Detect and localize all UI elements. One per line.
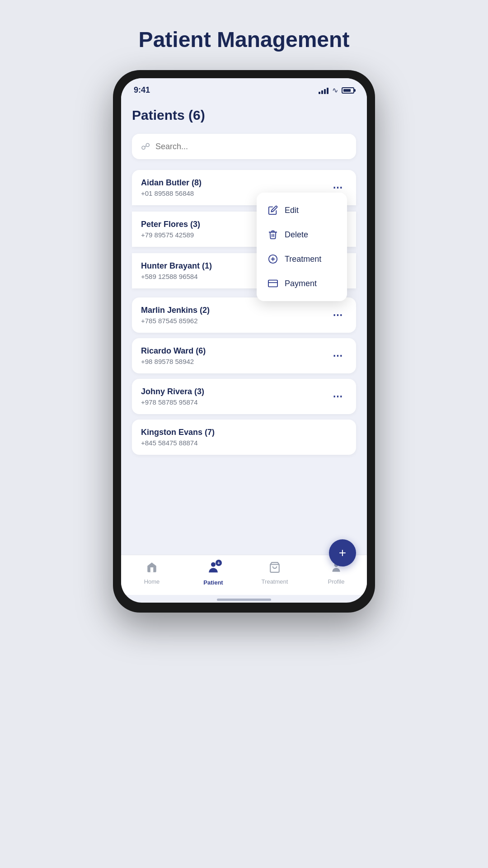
menu-item-delete[interactable]: Delete: [257, 222, 347, 247]
menu-treatment-label: Treatment: [285, 255, 321, 264]
patient-name: Hunter Brayant (1): [141, 261, 212, 271]
search-box[interactable]: ☍: [132, 134, 356, 159]
search-input[interactable]: [155, 142, 347, 151]
patient-phone: +978 58785 95874: [141, 398, 204, 406]
patient-info: Peter Flores (3) +79 89575 42589: [141, 220, 200, 239]
screen-content: Patients (6) ☍ Aidan Butler (8) +01 8958…: [121, 99, 367, 555]
menu-item-edit[interactable]: Edit: [257, 198, 347, 222]
menu-delete-label: Delete: [285, 230, 308, 240]
phone-frame: 9:41 ∿ Patients (6) ☍: [113, 70, 375, 613]
patient-info: Hunter Brayant (1) +589 12588 96584: [141, 261, 212, 280]
status-icons: ∿: [319, 86, 354, 94]
patients-header: Patients (6): [132, 108, 356, 123]
phone-screen: 9:41 ∿ Patients (6) ☍: [121, 78, 367, 603]
status-bar: 9:41 ∿: [121, 78, 367, 99]
patient-phone: +845 58475 88874: [141, 439, 215, 447]
search-icon: ☍: [141, 141, 150, 152]
nav-treatment-label: Treatment: [262, 578, 288, 585]
treatment-icon: [267, 254, 278, 264]
more-options-button-6[interactable]: ⋯: [329, 389, 347, 404]
battery-icon: [342, 87, 354, 94]
nav-patient-label: Patient: [203, 579, 223, 586]
nav-home-label: Home: [144, 578, 160, 585]
patient-nav-icon: +: [206, 561, 220, 577]
patient-phone: +79 89575 42589: [141, 231, 200, 239]
patient-list: Aidan Butler (8) +01 89588 56848 ⋯: [132, 170, 356, 491]
patient-info: Kingston Evans (7) +845 58475 88874: [141, 428, 215, 447]
patient-card-1[interactable]: Aidan Butler (8) +01 89588 56848 ⋯: [132, 170, 356, 205]
more-options-button-4[interactable]: ⋯: [329, 307, 347, 323]
patient-info: Marlin Jenkins (2) +785 87545 85962: [141, 306, 210, 325]
svg-point-3: [211, 562, 216, 567]
home-icon: [146, 561, 158, 576]
patient-name: Marlin Jenkins (2): [141, 306, 210, 315]
bottom-nav: Home + Patient: [121, 555, 367, 595]
patient-name: Johny Rivera (3): [141, 387, 204, 396]
home-indicator: [217, 599, 271, 601]
patient-phone: +98 89578 58942: [141, 358, 206, 365]
nav-item-home[interactable]: Home: [134, 561, 170, 585]
patient-info: Ricardo Ward (6) +98 89578 58942: [141, 346, 206, 365]
wifi-icon: ∿: [332, 86, 338, 94]
patient-phone: +785 87545 85962: [141, 317, 210, 325]
patient-name: Kingston Evans (7): [141, 428, 215, 437]
menu-payment-label: Payment: [285, 279, 317, 288]
signal-icon: [319, 87, 328, 94]
edit-icon: [267, 205, 278, 215]
patient-card-6[interactable]: Johny Rivera (3) +978 58785 95874 ⋯: [132, 379, 356, 414]
patient-card-5[interactable]: Ricardo Ward (6) +98 89578 58942 ⋯: [132, 338, 356, 373]
patient-card-7[interactable]: Kingston Evans (7) +845 58475 88874: [132, 420, 356, 455]
treatment-nav-icon: [269, 561, 281, 576]
svg-rect-1: [268, 280, 277, 287]
patient-name: Ricardo Ward (6): [141, 346, 206, 356]
patient-name: Peter Flores (3): [141, 220, 200, 229]
patient-info: Johny Rivera (3) +978 58785 95874: [141, 387, 204, 406]
menu-item-payment[interactable]: Payment: [257, 271, 347, 296]
nav-profile-label: Profile: [328, 578, 345, 585]
status-time: 9:41: [134, 85, 150, 95]
menu-edit-label: Edit: [285, 206, 299, 215]
menu-item-treatment[interactable]: Treatment: [257, 247, 347, 271]
patient-name: Aidan Butler (8): [141, 178, 202, 188]
nav-item-treatment[interactable]: Treatment: [257, 561, 293, 585]
payment-icon: [267, 278, 278, 288]
patient-phone: +589 12588 96584: [141, 273, 212, 280]
nav-item-patient[interactable]: + Patient: [195, 561, 231, 586]
more-options-button-5[interactable]: ⋯: [329, 348, 347, 363]
patient-info: Aidan Butler (8) +01 89588 56848: [141, 178, 202, 197]
add-patient-fab[interactable]: +: [329, 539, 356, 566]
add-icon: +: [339, 546, 346, 560]
delete-icon: [267, 230, 278, 240]
page-title: Patient Management: [139, 27, 350, 52]
context-menu: Edit Delete: [257, 193, 347, 301]
patient-phone: +01 89588 56848: [141, 189, 202, 197]
patient-card-4[interactable]: Marlin Jenkins (2) +785 87545 85962 ⋯: [132, 297, 356, 333]
